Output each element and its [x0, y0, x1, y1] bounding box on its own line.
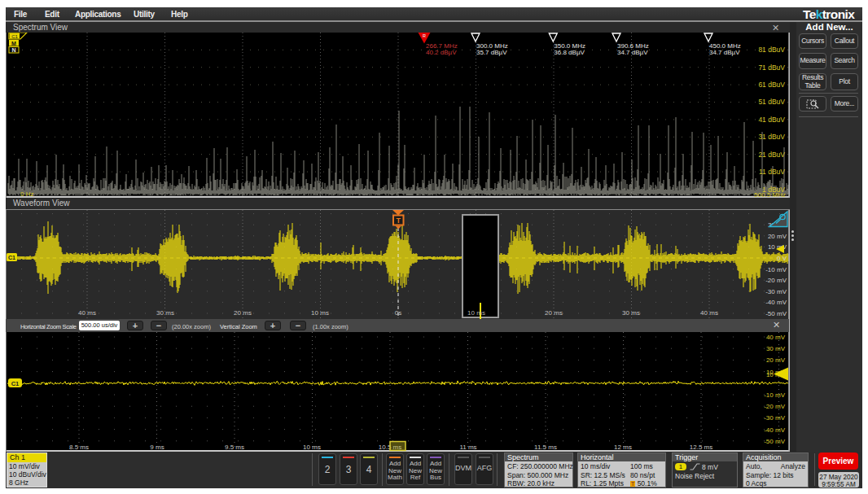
svg-text:-40 mV: -40 mV — [765, 299, 787, 306]
svg-text:40 ms: 40 ms — [700, 309, 718, 317]
svg-text:-30 mV: -30 mV — [765, 288, 787, 295]
svg-text:10 ms: 10 ms — [303, 444, 321, 451]
svg-text:M: M — [11, 41, 16, 46]
svg-text:-10 mV: -10 mV — [765, 266, 787, 273]
svg-text:40 mV: 40 mV — [766, 334, 786, 341]
svg-text:31 dBuV: 31 dBuV — [758, 133, 785, 141]
svg-text:-20 mV: -20 mV — [764, 403, 785, 410]
svg-text:12.5 ms: 12.5 ms — [690, 444, 712, 451]
svg-text:R: R — [423, 33, 426, 38]
svg-text:T: T — [397, 216, 401, 225]
svg-text:30 ms: 30 ms — [622, 309, 640, 317]
svg-text:12 ms: 12 ms — [614, 444, 632, 451]
svg-text:-40 mV: -40 mV — [764, 426, 785, 434]
svg-text:C1: C1 — [11, 34, 18, 39]
svg-text:81 dBuV: 81 dBuV — [758, 46, 785, 54]
svg-text:500.5 MHz: 500.5 MHz — [754, 191, 786, 199]
svg-text:11.5 ms: 11.5 ms — [534, 444, 557, 451]
svg-text:C1: C1 — [8, 255, 15, 260]
svg-text:41 dBuV: 41 dBuV — [758, 116, 785, 124]
svg-text:40 ms: 40 ms — [78, 309, 96, 317]
svg-text:36.8 dBµV: 36.8 dBµV — [554, 49, 585, 56]
svg-text:35.7 dBµV: 35.7 dBµV — [476, 49, 507, 56]
svg-text:-20 mV: -20 mV — [765, 277, 787, 284]
svg-text:C1: C1 — [11, 380, 20, 387]
svg-text:10 ms: 10 ms — [311, 309, 329, 317]
svg-text:11 dBuV: 11 dBuV — [759, 168, 785, 176]
svg-text:0s: 0s — [395, 309, 401, 317]
svg-text:20 ms: 20 ms — [545, 309, 563, 317]
svg-text:10 ms: 10 ms — [467, 309, 485, 317]
svg-text:51 dBuV: 51 dBuV — [758, 98, 785, 106]
svg-text:8.5 ms: 8.5 ms — [69, 444, 89, 451]
svg-text:0 Hz: 0 Hz — [20, 190, 33, 198]
svg-text:61 dBuV: 61 dBuV — [758, 81, 785, 89]
svg-text:40.2 dBµV: 40.2 dBµV — [426, 49, 457, 56]
svg-text:20 ms: 20 ms — [234, 309, 252, 317]
svg-text:-30 mV: -30 mV — [764, 414, 785, 422]
svg-text:-10 mV: -10 mV — [764, 391, 785, 399]
svg-text:-50 mV: -50 mV — [764, 438, 785, 445]
svg-text:9.5 ms: 9.5 ms — [225, 444, 244, 451]
svg-text:21 dBuV: 21 dBuV — [758, 151, 785, 159]
svg-text:N: N — [11, 47, 15, 53]
svg-text:20 mV: 20 mV — [766, 356, 786, 364]
svg-text:34.7 dBµV: 34.7 dBµV — [617, 49, 648, 56]
svg-text:30 ms: 30 ms — [156, 309, 174, 317]
svg-text:0 V: 0 V — [777, 255, 787, 262]
svg-text:71 dBuV: 71 dBuV — [758, 63, 785, 72]
svg-text:20 mV: 20 mV — [768, 233, 787, 240]
svg-text:30 mV: 30 mV — [766, 345, 786, 352]
svg-text:-50 mV: -50 mV — [765, 310, 787, 317]
svg-text:34.7 dBµV: 34.7 dBµV — [709, 49, 740, 56]
svg-text:9 ms: 9 ms — [150, 444, 164, 451]
svg-text:11 ms: 11 ms — [459, 444, 476, 451]
